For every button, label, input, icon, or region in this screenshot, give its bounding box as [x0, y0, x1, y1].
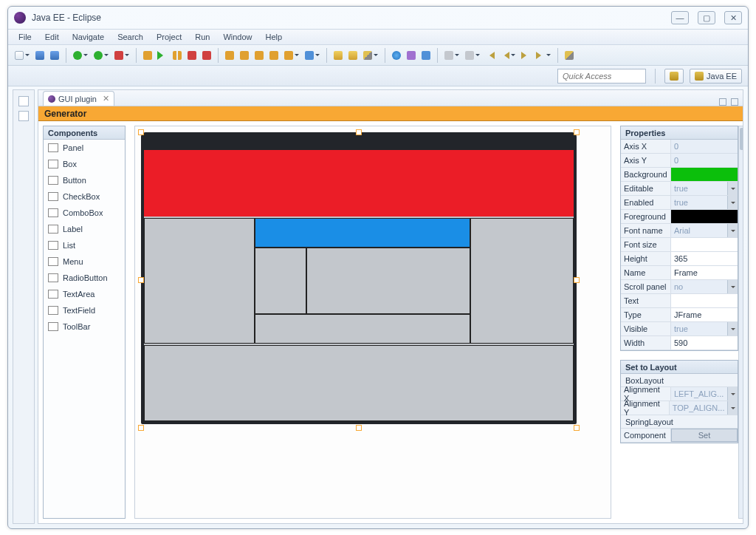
menu-project[interactable]: Project	[151, 31, 188, 43]
property-value[interactable]: 590	[671, 336, 738, 350]
fwd-dd-button[interactable]	[534, 49, 547, 62]
run-button[interactable]	[92, 49, 105, 62]
component-combobox[interactable]: ComboBox	[44, 205, 125, 221]
minimize-button[interactable]: —	[671, 11, 689, 24]
red-panel[interactable]	[144, 150, 574, 217]
javaee-perspective-button[interactable]: Java EE	[690, 69, 742, 84]
layout-button[interactable]	[419, 49, 433, 62]
back-dd-button[interactable]	[498, 49, 512, 62]
property-value[interactable]: true	[671, 322, 727, 335]
handle-bl[interactable]	[138, 425, 144, 431]
design-canvas[interactable]	[134, 126, 611, 519]
set-button[interactable]: Set	[671, 429, 738, 442]
handle-br[interactable]	[574, 425, 580, 431]
component-box[interactable]: Box	[44, 156, 125, 172]
external-button[interactable]	[112, 49, 126, 62]
component-toolbar[interactable]: ToolBar	[44, 318, 125, 335]
menu-window[interactable]: Window	[217, 31, 258, 43]
next-edit-button[interactable]	[463, 49, 476, 62]
pause-button[interactable]	[171, 49, 184, 62]
minimize-editor-button[interactable]	[719, 98, 726, 106]
close-button[interactable]: ✕	[724, 11, 742, 24]
menu-run[interactable]: Run	[189, 31, 216, 43]
handle-b[interactable]	[356, 425, 362, 431]
component-label[interactable]: Label	[44, 221, 125, 237]
menu-help[interactable]: Help	[260, 31, 289, 43]
property-value[interactable]: 365	[671, 252, 738, 265]
open-type-button[interactable]	[331, 49, 345, 62]
property-dropdown[interactable]	[727, 196, 738, 209]
property-value[interactable]: no	[671, 280, 727, 293]
menu-file[interactable]: File	[13, 31, 38, 43]
breakpoint-button[interactable]	[303, 49, 316, 62]
fwd-button[interactable]	[519, 49, 532, 62]
property-value[interactable]: JFrame	[671, 308, 738, 321]
quick-access-input[interactable]	[557, 69, 646, 84]
search-button[interactable]	[361, 49, 374, 62]
picker-button[interactable]	[405, 49, 418, 62]
property-value[interactable]: Arial	[671, 224, 727, 237]
menu-search[interactable]: Search	[111, 31, 149, 43]
sub-right-panel[interactable]	[306, 248, 470, 314]
menu-edit[interactable]: Edit	[39, 31, 65, 43]
disconnect-button[interactable]	[200, 49, 213, 62]
property-dropdown[interactable]	[727, 182, 738, 195]
maximize-button[interactable]: ▢	[698, 11, 715, 24]
alignment-y-value[interactable]: TOP_ALIGN...	[670, 401, 728, 415]
mid-bar-panel[interactable]	[255, 314, 470, 344]
alignment-x-value[interactable]: LEFT_ALIG...	[671, 387, 727, 401]
web-button[interactable]	[390, 49, 403, 62]
step-return-button[interactable]	[252, 49, 266, 62]
component-checkbox[interactable]: CheckBox	[44, 188, 125, 205]
scrollbar-thumb[interactable]	[740, 128, 743, 150]
stop-button[interactable]	[185, 49, 199, 62]
step-filter-button[interactable]	[282, 49, 295, 62]
property-value[interactable]: Frame	[671, 266, 738, 279]
component-textarea[interactable]: TextArea	[44, 286, 125, 302]
step-into-button[interactable]	[223, 49, 236, 62]
drop-frame-button[interactable]	[267, 49, 281, 62]
component-textfield[interactable]: TextField	[44, 302, 125, 318]
menu-navigate[interactable]: Navigate	[66, 31, 110, 43]
mid-right-panel[interactable]	[470, 218, 574, 344]
debug-button[interactable]	[71, 49, 84, 62]
component-list[interactable]: List	[44, 237, 125, 253]
tab-close-icon[interactable]: ✕	[103, 94, 109, 103]
alignment-y-dropdown[interactable]	[727, 401, 738, 415]
tab-gui-plugin[interactable]: GUI plugin ✕	[43, 91, 114, 106]
property-value[interactable]: 0	[671, 140, 738, 153]
property-value[interactable]	[671, 294, 738, 307]
sub-left-panel[interactable]	[255, 248, 306, 314]
pin-button[interactable]	[563, 49, 576, 62]
component-radiobutton[interactable]: RadioButton	[44, 270, 125, 286]
step-over-button[interactable]	[238, 49, 251, 62]
minimized-view-button[interactable]	[18, 111, 29, 121]
property-value[interactable]	[671, 238, 738, 251]
save-button[interactable]	[33, 49, 47, 62]
property-value[interactable]	[671, 210, 738, 223]
bottom-panel[interactable]	[144, 345, 574, 421]
property-dropdown[interactable]	[727, 280, 738, 293]
property-dropdown[interactable]	[727, 224, 738, 237]
new-button[interactable]	[13, 49, 26, 62]
resume-button[interactable]	[156, 49, 169, 62]
maximize-editor-button[interactable]	[731, 98, 738, 106]
open-task-button[interactable]	[346, 49, 360, 62]
property-value[interactable]: 0	[671, 154, 738, 167]
blue-panel[interactable]	[255, 218, 470, 248]
property-value[interactable]	[671, 168, 738, 181]
component-button[interactable]: Button	[44, 172, 125, 188]
save-all-button[interactable]	[48, 49, 61, 62]
restore-view-button[interactable]	[18, 96, 29, 106]
skip-button[interactable]	[141, 49, 154, 62]
mid-left-panel[interactable]	[144, 218, 255, 344]
component-menu[interactable]: Menu	[44, 253, 125, 270]
prev-edit-button[interactable]	[442, 49, 456, 62]
alignment-x-dropdown[interactable]	[727, 387, 738, 401]
open-perspective-button[interactable]	[664, 69, 684, 84]
component-panel[interactable]: Panel	[44, 140, 125, 156]
back-button[interactable]	[484, 49, 497, 62]
right-scrollbar[interactable]	[738, 126, 743, 519]
designed-frame[interactable]	[141, 132, 577, 424]
property-value[interactable]: true	[671, 196, 727, 209]
